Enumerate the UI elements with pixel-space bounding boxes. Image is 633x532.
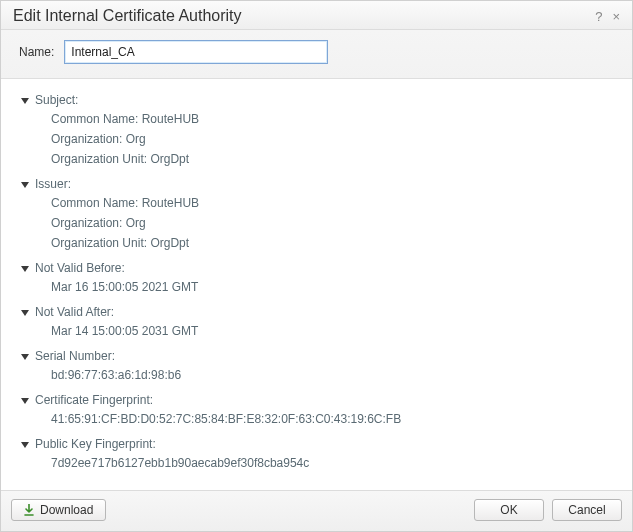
section-issuer[interactable]: Issuer: bbox=[19, 175, 626, 193]
download-icon bbox=[24, 504, 34, 516]
download-button-label: Download bbox=[40, 503, 93, 517]
ok-button-label: OK bbox=[500, 503, 517, 517]
subject-organization: Organization:Org bbox=[19, 129, 626, 149]
help-icon[interactable]: ? bbox=[593, 10, 604, 23]
label: Common Name: bbox=[51, 196, 142, 210]
caret-down-icon bbox=[21, 398, 29, 404]
download-button[interactable]: Download bbox=[11, 499, 106, 521]
footer-right: OK Cancel bbox=[474, 499, 622, 521]
label: Organization Unit: bbox=[51, 236, 150, 250]
label: Common Name: bbox=[51, 112, 142, 126]
certificate-details: Subject: Common Name:RouteHUB Organizati… bbox=[1, 79, 632, 490]
section-public-key-fingerprint-title: Public Key Fingerprint: bbox=[35, 437, 156, 451]
cert-fingerprint-value: 41:65:91:CF:BD:D0:52:7C:85:84:BF:E8:32:0… bbox=[19, 409, 626, 429]
value: Mar 14 15:00:05 2031 GMT bbox=[51, 324, 198, 338]
section-serial[interactable]: Serial Number: bbox=[19, 347, 626, 365]
issuer-common-name: Common Name:RouteHUB bbox=[19, 193, 626, 213]
section-not-valid-before[interactable]: Not Valid Before: bbox=[19, 259, 626, 277]
value: Mar 16 15:00:05 2021 GMT bbox=[51, 280, 198, 294]
subject-common-name: Common Name:RouteHUB bbox=[19, 109, 626, 129]
dialog-edit-internal-ca: Edit Internal Certificate Authority ? × … bbox=[0, 0, 633, 532]
caret-down-icon bbox=[21, 354, 29, 360]
section-subject[interactable]: Subject: bbox=[19, 91, 626, 109]
caret-down-icon bbox=[21, 182, 29, 188]
section-not-valid-after[interactable]: Not Valid After: bbox=[19, 303, 626, 321]
value: 41:65:91:CF:BD:D0:52:7C:85:84:BF:E8:32:0… bbox=[51, 412, 401, 426]
name-input[interactable] bbox=[64, 40, 328, 64]
value: Org bbox=[126, 216, 146, 230]
dialog-title: Edit Internal Certificate Authority bbox=[13, 7, 242, 25]
value: bd:96:77:63:a6:1d:98:b6 bbox=[51, 368, 181, 382]
close-icon[interactable]: × bbox=[610, 10, 622, 23]
issuer-organization: Organization:Org bbox=[19, 213, 626, 233]
cancel-button[interactable]: Cancel bbox=[552, 499, 622, 521]
caret-down-icon bbox=[21, 442, 29, 448]
not-valid-before-value: Mar 16 15:00:05 2021 GMT bbox=[19, 277, 626, 297]
value: RouteHUB bbox=[142, 112, 199, 126]
value: OrgDpt bbox=[150, 236, 189, 250]
label: Organization: bbox=[51, 132, 126, 146]
public-key-fingerprint-value: 7d92ee717b6127ebb1b90aecab9ef30f8cba954c bbox=[19, 453, 626, 473]
section-public-key-fingerprint[interactable]: Public Key Fingerprint: bbox=[19, 435, 626, 453]
section-not-valid-after-title: Not Valid After: bbox=[35, 305, 114, 319]
label: Organization: bbox=[51, 216, 126, 230]
section-cert-fingerprint-title: Certificate Fingerprint: bbox=[35, 393, 153, 407]
serial-value: bd:96:77:63:a6:1d:98:b6 bbox=[19, 365, 626, 385]
label: Organization Unit: bbox=[51, 152, 150, 166]
titlebar-icons: ? × bbox=[593, 10, 622, 23]
value: 7d92ee717b6127ebb1b90aecab9ef30f8cba954c bbox=[51, 456, 309, 470]
section-issuer-title: Issuer: bbox=[35, 177, 71, 191]
section-cert-fingerprint[interactable]: Certificate Fingerprint: bbox=[19, 391, 626, 409]
titlebar: Edit Internal Certificate Authority ? × bbox=[1, 1, 632, 30]
value: Org bbox=[126, 132, 146, 146]
not-valid-after-value: Mar 14 15:00:05 2031 GMT bbox=[19, 321, 626, 341]
caret-down-icon bbox=[21, 98, 29, 104]
footer: Download OK Cancel bbox=[1, 490, 632, 531]
value: RouteHUB bbox=[142, 196, 199, 210]
cancel-button-label: Cancel bbox=[568, 503, 605, 517]
ok-button[interactable]: OK bbox=[474, 499, 544, 521]
section-serial-title: Serial Number: bbox=[35, 349, 115, 363]
name-row: Name: bbox=[1, 30, 632, 79]
issuer-organization-unit: Organization Unit:OrgDpt bbox=[19, 233, 626, 253]
caret-down-icon bbox=[21, 266, 29, 272]
value: OrgDpt bbox=[150, 152, 189, 166]
section-subject-title: Subject: bbox=[35, 93, 78, 107]
name-label: Name: bbox=[19, 45, 54, 59]
subject-organization-unit: Organization Unit:OrgDpt bbox=[19, 149, 626, 169]
caret-down-icon bbox=[21, 310, 29, 316]
section-not-valid-before-title: Not Valid Before: bbox=[35, 261, 125, 275]
